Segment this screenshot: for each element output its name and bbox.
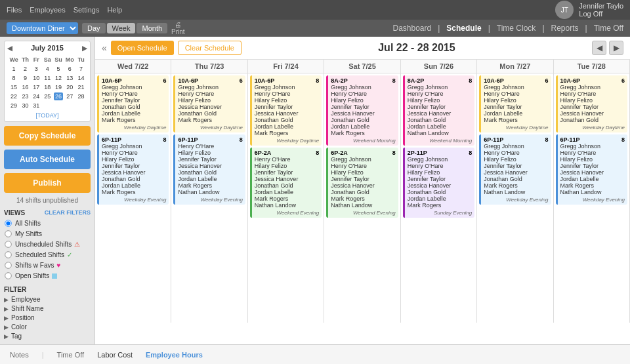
- cal-day[interactable]: 3: [32, 65, 41, 73]
- log-off-link[interactable]: Log Off: [579, 10, 602, 18]
- shift-block[interactable]: 10A-6P6Gregg JohnsonHenry O'HareHilary F…: [173, 75, 245, 132]
- location-select[interactable]: Downtown Diner: [7, 22, 78, 34]
- cal-day[interactable]: 12: [54, 74, 64, 82]
- collapse-btn[interactable]: «: [102, 43, 107, 53]
- month-view-btn[interactable]: Month: [136, 23, 167, 33]
- cal-day[interactable]: [64, 102, 75, 110]
- filter-tag[interactable]: ▶ Tag: [4, 333, 91, 340]
- cal-day[interactable]: 15: [9, 83, 19, 91]
- schedule-link[interactable]: Schedule: [446, 24, 481, 33]
- cal-day[interactable]: 8: [9, 74, 19, 82]
- cal-day[interactable]: 4: [43, 65, 52, 73]
- cal-day[interactable]: 24: [32, 92, 41, 100]
- filter-color[interactable]: ▶ Color: [4, 323, 91, 331]
- shift-block[interactable]: 6P-11P8Gregg JohnsonHenry O'HareHilary F…: [479, 134, 551, 205]
- shift-block[interactable]: 6P-2A8Gregg JohnsonHenry O'HareHilary Fe…: [326, 148, 398, 218]
- clear-filters-btn[interactable]: CLEAR FILTERS: [45, 209, 91, 216]
- next-week-btn[interactable]: ▶: [609, 41, 623, 55]
- open-schedule-button[interactable]: Open Schedule: [111, 41, 174, 55]
- shift-block[interactable]: 10A-6P6Gregg JohnsonHenry O'HareJennifer…: [97, 75, 169, 132]
- cal-day[interactable]: 23: [20, 92, 30, 100]
- cal-day[interactable]: 17: [32, 83, 41, 91]
- day-column[interactable]: 8A-2P8Gregg JohnsonHenry O'HareHilary Fe…: [324, 73, 400, 323]
- cal-day[interactable]: 19: [54, 83, 64, 91]
- prev-week-btn[interactable]: ◀: [592, 41, 606, 55]
- cal-day[interactable]: 11: [43, 74, 52, 82]
- auto-schedule-button[interactable]: Auto Schedule: [4, 150, 91, 169]
- shift-block[interactable]: 6P-11P8Henry O'HareHilary FelizoJennifer…: [173, 134, 245, 205]
- cal-day[interactable]: 14: [76, 74, 86, 82]
- filter-employee[interactable]: ▶ Employee: [4, 296, 91, 303]
- cal-day[interactable]: 25: [43, 92, 52, 100]
- view-scheduled-shifts[interactable]: Scheduled Shifts ✓: [4, 251, 91, 259]
- cal-day[interactable]: 22: [9, 92, 19, 100]
- day-column[interactable]: 10A-6P6Gregg JohnsonHenry O'HareJennifer…: [95, 73, 171, 323]
- user-name[interactable]: Jennifer Taylo: [579, 2, 623, 10]
- timeoff-link[interactable]: Time Off: [594, 24, 623, 33]
- shift-block[interactable]: 6P-11P8Gregg JohnsonHenry O'HareHilary F…: [97, 134, 169, 205]
- cal-day[interactable]: 16: [20, 83, 30, 91]
- day-column[interactable]: 10A-6P6Gregg JohnsonHenry O'HareHilary F…: [554, 73, 630, 323]
- cal-day[interactable]: 31: [32, 102, 41, 110]
- view-my-shifts[interactable]: My Shifts: [4, 230, 91, 238]
- shift-block[interactable]: 10A-6P6Gregg JohnsonHenry O'HareHilary F…: [479, 75, 551, 132]
- filter-position[interactable]: ▶ Position: [4, 314, 91, 321]
- timeoff-tab[interactable]: Time Off: [57, 351, 85, 359]
- day-column[interactable]: 10A-6P8Gregg JohnsonHenry O'HareHilary F…: [248, 73, 324, 323]
- print-button[interactable]: 🖨 Print: [171, 21, 185, 35]
- day-column[interactable]: 8A-2P8Gregg JohnsonHenry O'HareHilary Fe…: [401, 73, 477, 323]
- view-unscheduled-shifts[interactable]: Unscheduled Shifts ⚠: [4, 240, 91, 249]
- shift-block[interactable]: 6P-11P8Gregg JohnsonHenry O'HareHilary F…: [556, 134, 627, 205]
- day-view-btn[interactable]: Day: [82, 23, 106, 33]
- cal-day[interactable]: 6: [64, 65, 75, 73]
- cal-day[interactable]: 27: [64, 92, 75, 100]
- dashboard-link[interactable]: Dashboard: [392, 24, 431, 33]
- cal-day[interactable]: 21: [76, 83, 86, 91]
- day-column[interactable]: 10A-6P6Gregg JohnsonHenry O'HareHilary F…: [171, 73, 247, 323]
- cal-day[interactable]: 28: [76, 92, 86, 100]
- clear-schedule-button[interactable]: Clear Schedule: [178, 41, 242, 55]
- help-link[interactable]: Help: [107, 6, 122, 14]
- cal-day[interactable]: 29: [9, 102, 19, 110]
- cal-day[interactable]: 1: [9, 65, 19, 73]
- cal-day[interactable]: 5: [54, 65, 64, 73]
- shift-block[interactable]: 2P-11P8Gregg JohnsonHenry O'HareHilary F…: [403, 148, 474, 218]
- employee-hours-tab[interactable]: Employee Hours: [146, 351, 203, 359]
- cal-next-btn[interactable]: ▶: [82, 45, 87, 52]
- cal-day[interactable]: 30: [20, 102, 30, 110]
- view-all-shifts[interactable]: All Shifts: [4, 219, 91, 228]
- cal-day[interactable]: 20: [64, 83, 75, 91]
- files-link[interactable]: Files: [7, 6, 22, 14]
- cal-day[interactable]: 26: [54, 92, 64, 100]
- cal-prev-btn[interactable]: ◀: [7, 45, 12, 52]
- shift-block[interactable]: 6P-2A8Henry O'HareHilary FelizoJennifer …: [250, 148, 322, 218]
- timeclock-link[interactable]: Time Clock: [497, 24, 536, 33]
- copy-schedule-button[interactable]: Copy Schedule: [4, 126, 91, 146]
- employees-link[interactable]: Employees: [30, 6, 65, 14]
- cal-day[interactable]: [43, 102, 52, 110]
- cal-day[interactable]: 7: [76, 65, 86, 73]
- today-link[interactable]: [TODAY]: [7, 112, 87, 119]
- cal-day[interactable]: 9: [20, 74, 30, 82]
- filter-shift-name[interactable]: ▶ Shift Name: [4, 305, 91, 312]
- view-favs-shifts[interactable]: Shifts w Favs ♥: [4, 261, 91, 270]
- employee-name: Jennifer Taylor: [408, 104, 472, 110]
- publish-button[interactable]: Publish: [4, 173, 91, 193]
- reports-link[interactable]: Reports: [551, 24, 579, 33]
- week-view-btn[interactable]: Week: [107, 23, 136, 33]
- filter-position-arrow: ▶: [4, 315, 9, 321]
- view-open-shifts[interactable]: Open Shifts: [4, 272, 91, 280]
- shift-block[interactable]: 10A-6P6Gregg JohnsonHenry O'HareHilary F…: [556, 75, 627, 132]
- shift-block[interactable]: 10A-6P8Gregg JohnsonHenry O'HareHilary F…: [250, 75, 322, 146]
- cal-day[interactable]: 18: [43, 83, 52, 91]
- cal-day[interactable]: 13: [64, 74, 75, 82]
- settings-link[interactable]: Settings: [74, 6, 100, 14]
- shift-block[interactable]: 8A-2P8Gregg JohnsonHenry O'HareHilary Fe…: [326, 75, 398, 146]
- cal-day[interactable]: [76, 102, 86, 110]
- day-column[interactable]: 10A-6P6Gregg JohnsonHenry O'HareHilary F…: [477, 73, 553, 323]
- cal-day[interactable]: 2: [20, 65, 30, 73]
- notes-tab[interactable]: Notes: [10, 351, 29, 359]
- shift-block[interactable]: 8A-2P8Gregg JohnsonHenry O'HareHilary Fe…: [403, 75, 474, 146]
- cal-day[interactable]: 10: [32, 74, 41, 82]
- cal-day[interactable]: [54, 102, 64, 110]
